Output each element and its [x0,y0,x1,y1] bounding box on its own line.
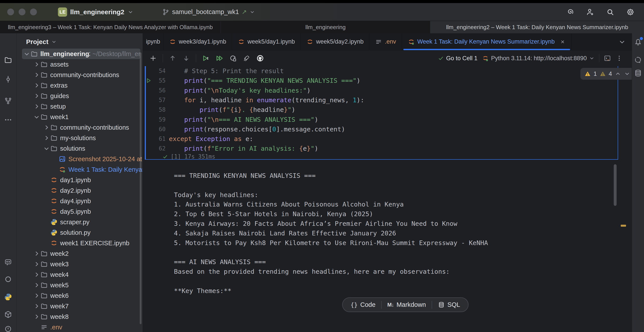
chevron-right-icon[interactable] [33,282,40,288]
chevron-right-icon[interactable] [33,104,40,109]
chevron-right-icon[interactable] [33,62,40,67]
tree-item-week3[interactable]: week3 [16,259,142,269]
pull-requests-icon[interactable] [4,97,12,105]
tree-item-my-solutions[interactable]: my-solutions [16,133,142,143]
chevron-right-icon[interactable] [33,93,40,99]
jupyter-icon[interactable] [4,275,12,283]
ai-assistant-icon[interactable] [4,258,12,266]
tree-item-solution-py[interactable]: solution.py [16,227,142,238]
tree-item-week7[interactable]: week7 [16,301,142,312]
services-icon[interactable] [4,310,12,319]
search-icon[interactable] [606,8,614,16]
code-line-55[interactable]: 55 print("=== TRENDING KENYAN NEWS ANALY… [142,76,616,85]
chevron-right-icon[interactable] [33,314,40,320]
settings-gear-icon[interactable] [626,8,635,16]
code-line-61[interactable]: 61except Exception as e: [142,134,616,144]
github-icon[interactable] [256,54,264,62]
python-console-icon[interactable] [4,293,12,301]
editor-tab-week-1-task-daily-kenyan-news-summarizer-ipynb[interactable]: Week 1 Task: Daily Kenyan News Summarize… [402,33,572,50]
hidden-tabs-chevron-icon[interactable] [618,38,626,46]
jupyter-console-icon[interactable] [604,54,611,62]
editor-tab--env[interactable]: .env [370,33,402,50]
go-to-cell-button[interactable]: Go to Cell 1 [438,55,478,62]
chevron-right-icon[interactable] [33,72,40,78]
window-controls[interactable] [7,8,37,15]
chevron-right-icon[interactable] [33,293,40,299]
code-line-57[interactable]: 57 for i, headline in enumerate(trending… [142,95,616,105]
code-with-me-icon[interactable] [586,8,594,16]
project-panel-header[interactable]: Project [16,33,142,49]
code-line-54[interactable]: 54 # Step 5: Print the result [142,66,616,76]
code-line-60[interactable]: 60 print(response.choices[0].message.con… [142,124,616,134]
vcs-branch-widget[interactable]: samuel_bootcamp_wk1 ↗ [162,8,255,16]
run-cell-icon[interactable] [202,54,210,62]
chevron-right-icon[interactable] [33,272,40,278]
window-tab-2[interactable]: llm_engineering [221,21,430,33]
chevron-right-icon[interactable] [33,83,40,88]
ai-assistant-icon[interactable] [634,56,642,64]
kernel-selector[interactable]: Python 3.11.14: http://localhost:8890 [482,55,595,62]
tree-item-scraper-py[interactable]: scraper.py [16,217,142,227]
code-line-62[interactable]: 62 print(f"Error in AI analysis: {e}") [142,144,616,153]
chevron-down-icon[interactable] [23,51,30,57]
tree-item-assets[interactable]: assets [16,59,142,70]
add-cell-icon[interactable] [149,54,157,62]
tree-item-week4[interactable]: week4 [16,269,142,280]
clear-outputs-broom-icon[interactable] [242,54,250,62]
chevron-right-icon[interactable] [43,135,50,141]
tree-item-screenshot-2025-10-24-at[interactable]: Screenshot 2025-10-24 at [16,154,142,164]
cell-type-sql-button[interactable]: SQL [432,301,466,308]
tree-item-llm-engineering2[interactable]: llm_engineering2~/Desktop/llm_er [22,49,140,59]
cell-type-code-button[interactable]: {}Code [345,301,381,308]
restart-kernel-icon[interactable] [229,54,237,62]
tree-item-extras[interactable]: extras [16,80,142,91]
minimize-window-button[interactable] [19,8,26,15]
tree-item-day5-ipynb[interactable]: day5.ipynb [16,206,142,217]
close-window-button[interactable] [7,8,14,15]
chevron-right-icon[interactable] [33,261,40,267]
tree-item-week5[interactable]: week5 [16,280,142,290]
more-icon[interactable] [4,116,12,124]
tree-item-setup[interactable]: setup [16,101,142,112]
chevron-right-icon[interactable] [33,303,40,309]
chevron-right-icon[interactable] [43,125,50,130]
notebook-document[interactable]: 54 # Step 5: Print the result55 print("=… [142,66,632,332]
run-cell-gutter-icon[interactable] [146,78,152,84]
tree-item-day1-ipynb[interactable]: day1.ipynb [16,175,142,185]
close-tab-icon[interactable] [560,39,566,45]
database-icon[interactable] [634,69,642,77]
tree-item-guides[interactable]: guides [16,91,142,101]
tree-item-week6[interactable]: week6 [16,290,142,301]
run-all-cells-icon[interactable] [216,54,223,62]
tree-item-community-contributions[interactable]: community-contributions [16,122,142,133]
tree-item-day4-ipynb[interactable]: day4.ipynb [16,196,142,206]
tree-item-week1[interactable]: week1 [16,112,142,122]
editor-tab-week3-day1-ipynb[interactable]: week3/day1.ipynb [164,33,232,50]
code-line-59[interactable]: 59 print("\n=== AI NEWS ANALYSIS ===") [142,115,616,124]
editor-tab-week5-day1-ipynb[interactable]: week5/day1.ipynb [232,33,301,50]
next-problem-icon[interactable] [624,70,630,77]
notifications-icon[interactable] [634,38,642,46]
tree-item--env[interactable]: .env [16,322,142,332]
move-cell-up-icon[interactable] [169,54,176,62]
window-tab-1[interactable]: llm_engineering3 – Week 1 Task: Kenyan D… [0,21,221,33]
editor-tab-week5-day2-ipynb[interactable]: week5/day2.ipynb [301,33,370,50]
maximize-window-button[interactable] [30,8,37,15]
warning-stripe-mark[interactable] [621,225,626,227]
problems-icon[interactable] [4,325,12,332]
tree-item-community-contributions[interactable]: community-contributions [16,70,142,80]
inspections-widget[interactable]: 1 4 [580,68,632,80]
chevron-down-icon[interactable] [33,114,40,120]
commit-icon[interactable] [4,75,12,83]
editor-tab-ipynb[interactable]: ipynb [142,33,164,50]
chevron-right-icon[interactable] [33,251,40,256]
tree-item-week8[interactable]: week8 [16,312,142,322]
kebab-menu-icon[interactable] [616,54,623,62]
tree-item-week2[interactable]: week2 [16,248,142,259]
ai-swirl-icon[interactable] [566,8,574,16]
project-icon[interactable] [4,56,12,64]
tree-item-day2-ipynb[interactable]: day2.ipynb [16,185,142,196]
previous-problem-icon[interactable] [614,70,621,77]
window-tab-3[interactable]: llm_engineering2 – Week 1 Task: Daily Ke… [430,21,644,33]
move-cell-down-icon[interactable] [182,54,190,62]
